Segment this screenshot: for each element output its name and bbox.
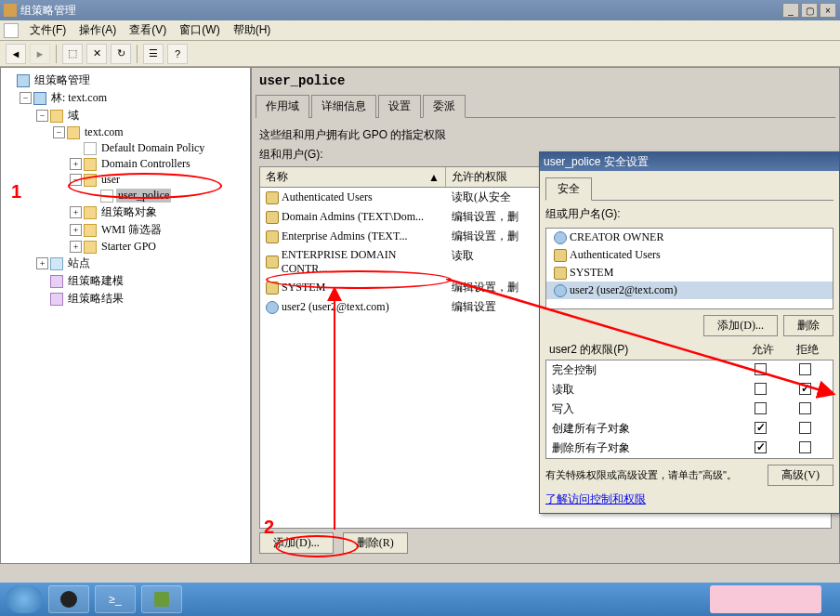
toolbar: ◄ ► ⬚ ✕ ↻ ☰ ? [0,41,840,67]
item-name: SYSTEM [282,281,325,295]
allow-checkbox[interactable] [755,363,767,375]
dialog-title: user_police 安全设置 [544,154,835,170]
sec-add-button[interactable]: 添加(D)... [703,315,778,336]
tab-delegation[interactable]: 委派 [423,95,466,118]
menu-action[interactable]: 操作(A) [73,20,122,40]
system-menu-icon[interactable] [4,23,19,38]
tree-domain-controllers[interactable]: +Domain Controllers [3,156,248,172]
allow-header: 允许 [741,342,785,358]
minimize-button[interactable]: _ [782,3,799,18]
allow-checkbox[interactable] [755,402,767,414]
group-icon [266,282,279,295]
window-title: 组策略管理 [20,3,782,19]
refresh-button[interactable]: ↻ [111,44,131,64]
perm-name: 完全控制 [552,362,738,378]
start-button[interactable] [6,585,43,613]
item-name: Authenticated Users [570,248,661,262]
properties-button[interactable]: ☰ [143,44,164,64]
menu-bar: 文件(F) 操作(A) 查看(V) 窗口(W) 帮助(H) [0,20,840,41]
close-button[interactable]: × [820,3,836,18]
allow-checkbox[interactable] [755,441,767,453]
tree-wmi-filters[interactable]: +WMI 筛选器 [3,221,248,239]
group-icon [554,249,567,262]
tree-domains[interactable]: −域 [3,107,248,125]
deny-checkbox[interactable] [799,363,811,375]
ou-icon [84,158,97,171]
delegation-text: 这些组和用户拥有此 GPO 的指定权限 [259,127,832,143]
tree-forest[interactable]: −林: text.com [3,89,248,107]
group-icon [266,211,279,224]
user-icon [266,301,279,314]
group-icon [266,191,279,204]
col-name[interactable]: 名称▲ [260,167,446,187]
deny-checkbox[interactable] [799,422,811,434]
menu-view[interactable]: 查看(V) [124,20,172,40]
dialog-titlebar[interactable]: user_police 安全设置 [540,152,839,171]
item-name: user2 (user2@text.com) [570,283,677,297]
folder-icon [84,206,97,219]
remove-button[interactable]: 删除(R) [343,532,408,554]
group-icon [266,256,279,269]
app-icon [4,4,17,17]
forest-icon [33,92,46,105]
console-icon [17,74,30,87]
menu-help[interactable]: 帮助(H) [228,20,277,40]
tab-settings[interactable]: 设置 [378,95,421,118]
taskbar[interactable]: ≥_ [0,583,840,616]
delete-button[interactable]: ✕ [86,44,107,64]
allow-checkbox[interactable] [755,383,767,395]
toolbar-sep [137,45,138,63]
security-list-item[interactable]: Authenticated Users [546,246,833,264]
tree-starter-gpo[interactable]: +Starter GPO [3,239,248,255]
security-list-item[interactable]: CREATOR OWNER [546,229,833,246]
folder-icon [84,241,97,254]
user-icon [554,231,567,244]
security-list-item[interactable]: user2 (user2@text.com) [546,282,833,299]
item-name: Authenticated Users [282,190,373,204]
window-titlebar: 组策略管理 _ ▢ × [0,0,840,20]
tree-user-ou[interactable]: −user [3,172,248,188]
tab-security[interactable]: 安全 [545,177,592,201]
advanced-button[interactable]: 高级(V) [768,465,833,486]
tree-domain[interactable]: −text.com [3,125,248,140]
tree-root[interactable]: 组策略管理 [3,72,248,89]
tree-user-police[interactable]: user_police [3,188,248,203]
deny-checkbox[interactable] [799,441,811,453]
perm-name: 创建所有子对象 [552,421,738,437]
tree-sites[interactable]: +站点 [3,255,248,272]
deny-header: 拒绝 [785,342,830,358]
taskbar-vmware[interactable] [141,585,182,613]
tree-panel[interactable]: 组策略管理 −林: text.com −域 −text.com Default … [0,67,251,564]
back-button[interactable]: ◄ [6,44,26,64]
security-list-item[interactable]: SYSTEM [546,264,833,282]
perm-header: user2 的权限(P) 允许 拒绝 [545,342,833,358]
add-button[interactable]: 添加(D)... [259,532,334,554]
perm-name: 删除所有子对象 [552,440,738,456]
help-button[interactable]: ? [167,44,188,64]
tabs: 作用域 详细信息 设置 委派 [256,94,835,118]
allow-checkbox[interactable] [755,422,767,434]
tree-gp-modeling[interactable]: 组策略建模 [3,272,248,290]
deny-checkbox[interactable] [799,383,811,395]
taskbar-qq[interactable] [48,585,89,613]
tree-gpo-objects[interactable]: +组策略对象 [3,203,248,221]
up-button[interactable]: ⬚ [62,44,83,64]
advanced-row: 有关特殊权限或高级设置，请单击"高级"。 高级(V) [545,465,833,486]
access-control-link[interactable]: 了解访问控制和权限 [545,491,646,507]
permission-row: 删除所有子对象 [546,439,833,458]
tab-details[interactable]: 详细信息 [311,95,376,118]
group-user-label: 组或用户名(G): [545,201,833,224]
sec-remove-button[interactable]: 删除 [783,315,833,336]
restore-button[interactable]: ▢ [801,3,818,18]
item-name: Domain Admins (TEXT\Dom... [282,210,424,224]
tree-gp-results[interactable]: 组策略结果 [3,290,248,308]
deny-checkbox[interactable] [799,402,811,414]
tree-default-policy[interactable]: Default Domain Policy [3,140,248,156]
taskbar-powershell[interactable]: ≥_ [95,585,136,613]
vmware-icon [154,592,169,607]
menu-window[interactable]: 窗口(W) [174,20,225,40]
security-user-list[interactable]: CREATOR OWNERAuthenticated UsersSYSTEMus… [545,228,833,309]
menu-file[interactable]: 文件(F) [24,20,72,40]
tab-scope[interactable]: 作用域 [256,95,309,118]
forward-button[interactable]: ► [30,44,50,64]
